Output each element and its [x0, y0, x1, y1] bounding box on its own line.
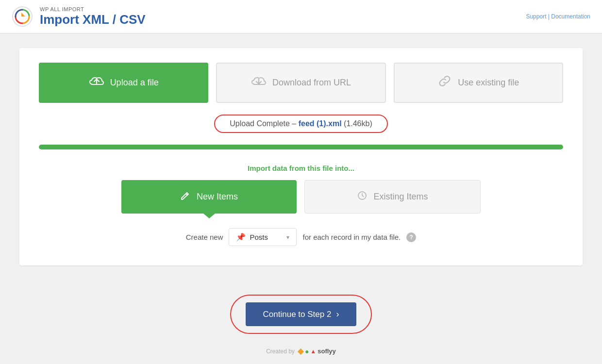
upload-separator: –	[290, 119, 299, 128]
create-new-row: Create new 📌 Posts ▾ for each record in …	[39, 228, 563, 246]
tab-existing-label: Use existing file	[458, 78, 519, 88]
header-title-group: WP All Import Import XML / CSV	[40, 6, 146, 27]
upload-size: (1.46kb)	[344, 119, 372, 128]
posts-select[interactable]: 📌 Posts ▾	[229, 228, 297, 246]
tab-upload-label: Upload a file	[110, 78, 159, 88]
upload-complete-text: Upload Complete – feed (1).xml (1.46kb)	[230, 119, 372, 128]
upload-complete-row: Upload Complete – feed (1).xml (1.46kb)	[39, 115, 563, 140]
import-into-label: Import data from this file into...	[39, 164, 563, 172]
pin-icon: 📌	[236, 232, 246, 242]
continue-step2-button[interactable]: Continue to Step 2 ›	[246, 302, 357, 326]
create-new-label: Create new	[186, 233, 223, 241]
support-link[interactable]: Support	[526, 13, 546, 20]
soflyy-dot-green: ●	[305, 347, 309, 355]
tab-upload-file[interactable]: Upload a file	[39, 63, 208, 103]
documentation-link[interactable]: Documentation	[551, 13, 590, 20]
download-cloud-icon	[251, 74, 267, 91]
header: WP All Import Import XML / CSV Support |…	[0, 0, 602, 33]
chevron-down-icon: ▾	[286, 234, 289, 241]
soflyy-logo: ◆ ● ▲ soflyy	[298, 347, 336, 356]
items-row: New Items Existing Items	[121, 180, 481, 214]
help-icon[interactable]: ?	[406, 232, 416, 242]
main-content: Upload a file Download from URL	[0, 33, 602, 280]
post-type-label: Posts	[250, 233, 268, 241]
tab-download-url[interactable]: Download from URL	[216, 63, 385, 103]
page-title: Import XML / CSV	[40, 12, 146, 27]
continue-arrow-icon: ›	[336, 309, 339, 319]
new-items-label: New Items	[197, 192, 238, 202]
upload-cloud-icon	[89, 74, 104, 91]
upload-complete-highlight: Upload Complete – feed (1).xml (1.46kb)	[214, 115, 388, 133]
created-by: Created by ◆ ● ▲ soflyy	[266, 347, 336, 356]
upload-tabs: Upload a file Download from URL	[39, 63, 563, 103]
soflyy-brand-text: soflyy	[318, 347, 336, 355]
pencil-icon	[180, 190, 191, 203]
header-left: WP All Import Import XML / CSV	[12, 6, 146, 27]
soflyy-dot-red: ▲	[310, 348, 316, 355]
upload-complete-prefix: Upload Complete	[230, 119, 290, 128]
new-items-button[interactable]: New Items	[121, 180, 297, 214]
tab-existing-file[interactable]: Use existing file	[394, 63, 563, 103]
link-separator: |	[548, 13, 550, 20]
link-icon	[437, 74, 452, 91]
record-label: for each record in my data file.	[302, 233, 401, 241]
logo-icon	[12, 6, 33, 27]
history-icon	[357, 190, 368, 203]
progress-bar-container	[39, 145, 563, 149]
tab-url-label: Download from URL	[272, 78, 351, 88]
created-by-text: Created by	[266, 348, 295, 355]
header-links: Support | Documentation	[526, 13, 590, 20]
continue-button-oval: Continue to Step 2 ›	[230, 295, 372, 334]
continue-button-label: Continue to Step 2	[263, 310, 332, 319]
header-subtitle: WP All Import	[40, 6, 146, 12]
existing-items-button[interactable]: Existing Items	[304, 180, 481, 214]
progress-bar-fill	[39, 145, 563, 149]
upload-filename: feed (1).xml	[299, 119, 342, 128]
main-card: Upload a file Download from URL	[19, 48, 583, 265]
footer-area: Continue to Step 2 › Created by ◆ ● ▲ so…	[0, 295, 602, 364]
soflyy-dot-orange: ◆	[298, 347, 303, 356]
existing-items-label: Existing Items	[373, 192, 428, 202]
